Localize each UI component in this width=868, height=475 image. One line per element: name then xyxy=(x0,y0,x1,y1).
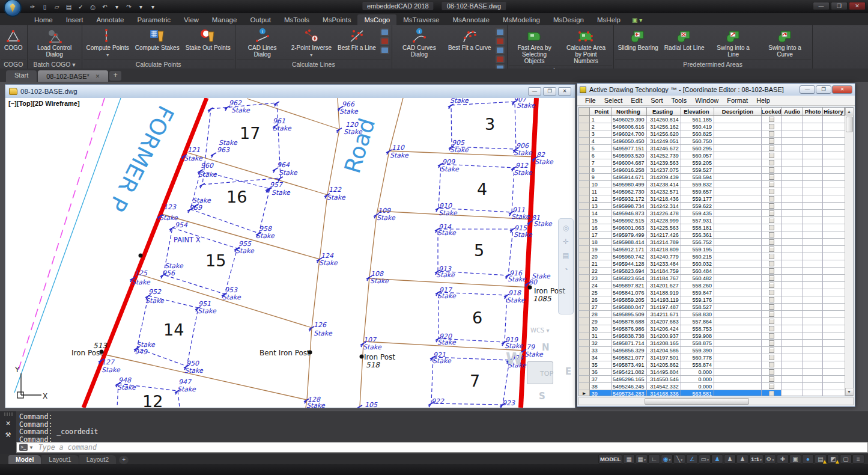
cell-description[interactable] xyxy=(714,289,762,296)
ribbon-button-sliding-bearing[interactable]: Sliding Bearing xyxy=(615,26,661,52)
column-header-locked[interactable]: Locked xyxy=(762,108,782,116)
row-selector-cell[interactable] xyxy=(579,311,590,318)
customization-menu-icon[interactable]: ≡ xyxy=(852,455,864,464)
coord-minimize-button[interactable]: — xyxy=(800,85,815,94)
cell-description[interactable] xyxy=(714,152,762,159)
cell-point[interactable]: 28 xyxy=(590,311,613,318)
cell-locked[interactable] xyxy=(762,253,782,260)
cell-locked[interactable] xyxy=(762,354,782,361)
ribbon-tab-msmodeling[interactable]: MsModeling xyxy=(496,14,547,25)
cell-easting[interactable]: 314197.501 xyxy=(647,354,681,361)
cell-elevation[interactable]: 558.830 xyxy=(681,311,714,318)
table-row[interactable]: 215495944.128314233.484560.032 xyxy=(579,260,845,268)
cell-description[interactable] xyxy=(714,347,762,354)
table-row[interactable]: 275495880.047314197.487558.527 xyxy=(579,304,845,311)
cell-point[interactable]: 22 xyxy=(590,268,613,275)
cell-history[interactable] xyxy=(823,167,845,174)
cell-locked[interactable] xyxy=(762,195,782,203)
row-selector-cell[interactable] xyxy=(579,116,590,123)
menu-window[interactable]: Window xyxy=(691,96,723,105)
cell-elevation[interactable]: 559.390 xyxy=(681,347,714,354)
locked-checkbox[interactable] xyxy=(769,261,774,266)
menu-sort[interactable]: Sort xyxy=(646,96,667,105)
tab-close-icon[interactable]: ✕ xyxy=(96,73,100,79)
locked-checkbox[interactable] xyxy=(769,232,774,238)
cell-photo[interactable] xyxy=(803,195,824,203)
cell-history[interactable] xyxy=(823,188,845,195)
table-row[interactable]: 205495960.742314240.779560.215 xyxy=(579,253,845,260)
row-selector-cell[interactable] xyxy=(579,210,590,217)
cell-description[interactable] xyxy=(714,159,762,167)
row-selector-cell[interactable] xyxy=(579,231,590,239)
layout-tab-layout1[interactable]: Layout1 xyxy=(41,455,78,464)
cell-photo[interactable] xyxy=(803,325,824,332)
column-header-selector[interactable] xyxy=(579,108,590,116)
cell-northing[interactable]: 5496024.700 xyxy=(612,130,646,138)
row-selector-cell[interactable] xyxy=(579,289,590,296)
cell-photo[interactable] xyxy=(803,376,824,383)
cell-locked[interactable] xyxy=(762,332,782,340)
ribbon-button-cad-lines-dialog[interactable]: iCAD Lines Dialog xyxy=(237,26,288,59)
scroll-up-arrow[interactable]: ▲ xyxy=(845,108,854,115)
cell-history[interactable] xyxy=(823,340,845,347)
locked-checkbox[interactable] xyxy=(769,369,774,375)
cell-elevation[interactable]: 560.215 xyxy=(681,253,714,260)
cell-description[interactable] xyxy=(714,231,762,239)
annotation-scale-button[interactable]: 1:1▾ xyxy=(749,455,763,464)
cell-easting[interactable]: 314228.999 xyxy=(647,217,681,224)
cell-point[interactable]: 6 xyxy=(590,152,613,159)
vertical-scroll-thumb[interactable] xyxy=(846,117,853,132)
cell-northing[interactable]: 5495821.077 xyxy=(612,354,646,361)
cell-easting[interactable]: 314252.739 xyxy=(647,152,681,159)
table-row[interactable]: 305495876.986314206.424558.753 xyxy=(579,325,845,332)
cell-audio[interactable] xyxy=(782,152,803,159)
cell-easting[interactable]: 314206.424 xyxy=(647,325,681,332)
row-selector-cell[interactable] xyxy=(579,376,590,383)
cell-audio[interactable] xyxy=(782,332,803,340)
ribbon-tab-mstools[interactable]: MsTools xyxy=(278,14,316,25)
viewcube-top-face[interactable] xyxy=(527,361,553,384)
cell-elevation[interactable]: 559.205 xyxy=(681,159,714,167)
column-header-description[interactable]: Description xyxy=(714,108,762,116)
annotation-monitor-icon[interactable]: ✚ xyxy=(777,455,789,464)
table-row[interactable]: 295495878.688314207.683557.864 xyxy=(579,318,845,325)
cell-history[interactable] xyxy=(823,195,845,203)
cell-elevation[interactable]: 559.832 xyxy=(681,181,714,188)
cell-locked[interactable] xyxy=(762,181,782,188)
cell-easting[interactable]: 314246.672 xyxy=(647,145,681,152)
row-selector-cell[interactable] xyxy=(579,325,590,332)
cell-locked[interactable] xyxy=(762,130,782,138)
cell-history[interactable] xyxy=(823,325,845,332)
cell-point[interactable]: 24 xyxy=(590,282,613,289)
cell-northing[interactable]: 5495944.128 xyxy=(612,260,646,268)
cell-northing[interactable]: 5495993.520 xyxy=(612,152,646,159)
locked-checkbox[interactable] xyxy=(769,290,774,295)
row-selector-cell[interactable] xyxy=(579,354,590,361)
cell-locked[interactable] xyxy=(762,159,782,167)
cell-audio[interactable] xyxy=(782,217,803,224)
cell-point[interactable]: 17 xyxy=(590,231,613,239)
cell-point[interactable]: 9 xyxy=(590,174,613,181)
cell-history[interactable] xyxy=(823,246,845,253)
cell-audio[interactable] xyxy=(782,159,803,167)
coord-close-button[interactable]: ✕ xyxy=(832,85,852,94)
cell-elevation[interactable]: 0.000 xyxy=(681,376,714,383)
ribbon-button-load-control-dialog[interactable]: Load Control Dialog xyxy=(29,26,80,59)
table-row[interactable]: 255495841.076314188.919559.847 xyxy=(579,289,845,296)
locked-checkbox[interactable] xyxy=(769,384,774,389)
line-tool-small-1-icon[interactable] xyxy=(380,28,389,36)
locked-checkbox[interactable] xyxy=(769,138,774,144)
ribbon-button-best-fit-a-line[interactable]: Best Fit a Line xyxy=(335,26,379,52)
command-input-placeholder[interactable]: Type a command xyxy=(38,443,97,452)
cell-description[interactable] xyxy=(714,217,762,224)
cell-history[interactable] xyxy=(823,275,845,282)
cell-description[interactable] xyxy=(714,203,762,210)
cell-northing[interactable]: 5495296.165 xyxy=(612,376,646,383)
table-row[interactable]: 155495992.515314228.999557.931 xyxy=(579,217,845,224)
layout-tab-model[interactable]: Model xyxy=(8,455,41,464)
selection-cycling-icon[interactable]: ▭▾ xyxy=(699,455,711,464)
row-selector-cell[interactable] xyxy=(579,239,590,246)
cell-point[interactable]: 23 xyxy=(590,275,613,282)
redo-icon[interactable]: ↷ xyxy=(124,2,134,11)
cell-audio[interactable] xyxy=(782,181,803,188)
